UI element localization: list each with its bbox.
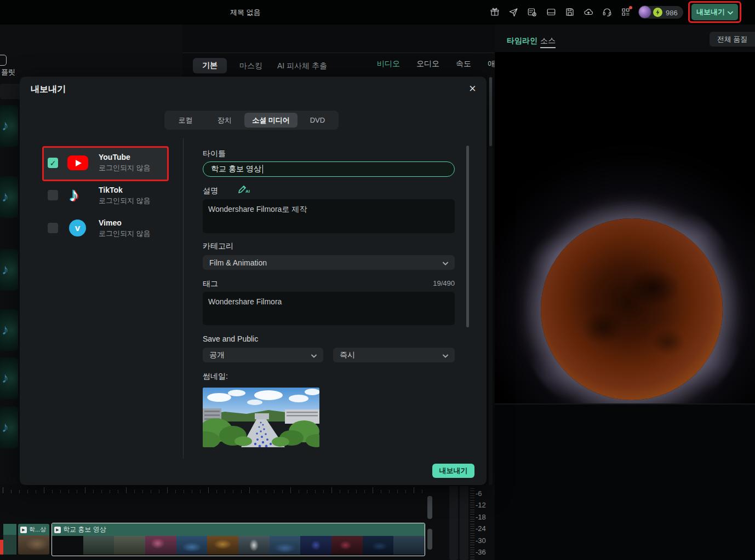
video-preview [495, 52, 755, 403]
youtube-icon [67, 155, 88, 170]
top-bar: 제목 없음 986 내보내기 [0, 0, 755, 25]
vimeo-glyph: v [75, 223, 80, 234]
audio-media-tile[interactable]: ♪ [0, 357, 18, 399]
timeline-scrollbar-thumb[interactable] [427, 529, 432, 550]
tab-device[interactable]: 장치 [205, 113, 243, 128]
layout-panel-icon[interactable] [546, 7, 556, 17]
audio-media-tile[interactable]: ♪ [0, 105, 18, 147]
bolt-icon [653, 8, 662, 17]
tags-counter: 19/490 [400, 279, 455, 287]
tab-audio[interactable]: 오디오 [416, 59, 439, 69]
dialog-title: 내보내기 [31, 84, 66, 95]
export-dialog: 내보내기 × 로컬 장치 소셜 미디어 DVD ✓ YouTube 로그인되지 … [20, 77, 487, 485]
tab-social-media[interactable]: 소셜 미디어 [244, 113, 298, 128]
audio-media-tile[interactable]: ♪ [0, 249, 18, 291]
chevron-down-icon [443, 258, 448, 267]
tab-dvd[interactable]: DVD [299, 113, 336, 128]
save-icon[interactable] [565, 7, 575, 17]
meter-tick-scale [470, 488, 474, 560]
filmora-app-window: 제목 없음 986 내보내기 [0, 0, 755, 560]
divider [182, 53, 495, 53]
subtab-masking[interactable]: 마스킹 [239, 61, 262, 71]
db-label: -24 [476, 524, 494, 533]
playback-quality-button[interactable]: 전체 품질 [710, 32, 755, 47]
task-history-icon[interactable] [527, 7, 537, 17]
dialog-export-button[interactable]: 내보내기 [432, 464, 474, 478]
filmstrip-frame [331, 536, 363, 555]
clip-play-icon: ▶ [54, 527, 61, 533]
headset-icon[interactable] [602, 7, 612, 17]
filmstrip-frame [363, 536, 394, 555]
ai-write-icon[interactable]: AI [238, 185, 250, 194]
visibility-value: 공개 [209, 350, 225, 360]
platform-name[interactable]: Vimeo [99, 218, 122, 227]
platform-status: 로그인되지 않음 [99, 196, 151, 206]
cloud-upload-icon[interactable] [584, 7, 593, 17]
audio-media-tile[interactable]: ♪ [0, 407, 18, 448]
music-note-icon: ♪ [2, 117, 9, 134]
filmstrip-frame [238, 536, 270, 555]
thumbnail-label: 썸네일: [203, 372, 228, 382]
tab-speed[interactable]: 속도 [456, 59, 471, 69]
tags-label: 태그 [203, 279, 218, 289]
dialog-scrollbar-thumb[interactable] [466, 146, 469, 327]
audio-media-tile[interactable]: ♪ [0, 176, 18, 218]
notification-dot [629, 6, 632, 9]
subtab-basic-label: 기본 [202, 61, 218, 71]
music-note-icon: ♪ [2, 419, 9, 436]
meter-bar-left [449, 486, 458, 560]
settings-scrollbar-thumb[interactable] [489, 77, 492, 146]
vimeo-icon: v [69, 220, 86, 236]
description-value: Wondershare Filmora로 제작 [208, 205, 307, 213]
clip-play-icon: ▶ [20, 527, 27, 533]
ai-icon-label: AI [245, 189, 250, 194]
schedule-select[interactable]: 즉시 [333, 348, 455, 362]
checkmark-icon: ✓ [50, 159, 56, 168]
timeline-clip-small[interactable]: ▶ 학...상 [18, 524, 49, 555]
platform-name[interactable]: TikTok [99, 186, 123, 194]
thumbnail-image[interactable] [203, 388, 319, 447]
project-title: 제목 없음 [230, 8, 261, 18]
category-select[interactable]: Film & Animation [203, 255, 455, 270]
template-icon [0, 55, 7, 66]
subtab-ai-subject[interactable]: AI 피사체 추출 [277, 61, 327, 71]
music-note-icon: ♪ [2, 370, 9, 386]
meter-bar-right [460, 486, 468, 560]
annotation-box-export [688, 1, 741, 23]
title-input[interactable]: 학교 홍보 영상 [203, 161, 455, 177]
tiktok-checkbox[interactable] [48, 190, 58, 200]
tab-source[interactable]: 소스 [540, 36, 556, 48]
divider [183, 138, 184, 459]
audio-media-tile[interactable]: ♪ [0, 309, 18, 351]
clip-fragment-green[interactable] [3, 524, 16, 555]
filmstrip-frame [207, 536, 238, 555]
tags-textarea[interactable]: Wondershare Filmora [203, 292, 455, 325]
template-label: 플릿 [1, 67, 15, 77]
description-textarea[interactable]: Wondershare Filmora로 제작 [203, 199, 455, 233]
vimeo-checkbox[interactable] [48, 223, 58, 233]
filmstrip-frame [145, 536, 176, 555]
timeline-ruler-major-ticks[interactable] [3, 487, 425, 493]
title-value: 학교 홍보 영상 [211, 164, 261, 174]
db-label: -12 [476, 501, 494, 509]
tab-timeline[interactable]: 타임라인 [507, 36, 537, 46]
timeline-panel: ▶ 학...상 ▶ 학교 홍보 영상 [0, 485, 495, 560]
db-label: -18 [476, 513, 494, 521]
clip-thumbnail [18, 535, 49, 555]
clip-label: 학교 홍보 영상 [63, 525, 106, 534]
subtab-basic[interactable]: 기본 [193, 58, 227, 73]
gift-icon[interactable] [490, 7, 500, 17]
platform-name[interactable]: YouTube [99, 153, 130, 161]
tab-local[interactable]: 로컬 [167, 113, 204, 128]
visibility-select[interactable]: 공개 [203, 348, 323, 362]
timeline-clip-selected[interactable]: ▶ 학교 홍보 영상 [52, 523, 425, 556]
timeline-scrollbar-thumb[interactable] [427, 496, 432, 519]
description-label: 설명 [203, 186, 218, 196]
youtube-checkbox[interactable]: ✓ [48, 158, 58, 168]
close-icon[interactable]: × [469, 82, 476, 96]
send-icon[interactable] [508, 7, 518, 17]
chevron-down-icon [443, 351, 448, 360]
tags-value: Wondershare Filmora [208, 297, 282, 306]
tab-video[interactable]: 비디오 [377, 59, 400, 69]
avatar[interactable] [638, 5, 651, 19]
